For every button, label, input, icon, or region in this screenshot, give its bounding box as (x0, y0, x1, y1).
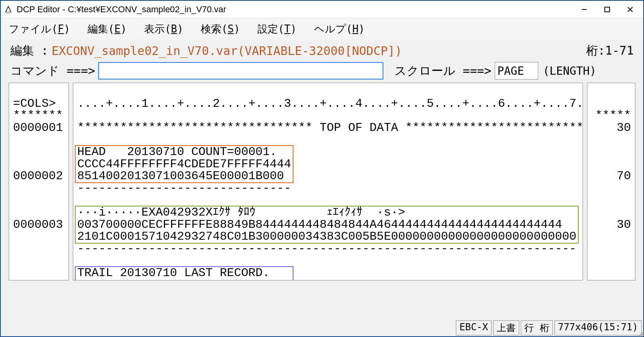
window-controls (573, 2, 642, 17)
ruler-line: ....+....1....+....2....+....3....+....4… (77, 98, 579, 110)
svg-text:DCP: DCP (6, 11, 11, 14)
menu-help[interactable]: ヘルプ(H) (314, 22, 365, 36)
app-icon: DCP (4, 5, 13, 14)
linenum-stars: ******* (13, 109, 63, 122)
status-mode[interactable]: 上書 (493, 320, 519, 335)
length-panel: ***** 30 70 30 (587, 83, 635, 280)
linenum-2: 0000002 (13, 169, 63, 183)
minimize-button[interactable] (573, 2, 596, 17)
command-label: コマンド ===> (10, 63, 95, 79)
length-3: 30 (617, 218, 631, 231)
linenum-panel[interactable]: =COLS> ******* 0000001 0000002 0000003 (9, 83, 69, 280)
length-1: 30 (617, 121, 631, 134)
length-stars: ***** (595, 109, 631, 122)
length-2: 70 (617, 169, 631, 183)
titlebar: DCP DCP Editor - C:¥test¥EXCONV_sample02… (1, 1, 643, 18)
status-rowcol[interactable]: 行 桁 (521, 320, 553, 335)
svg-rect-2 (605, 7, 610, 12)
window-title: DCP Editor - C:¥test¥EXCONV_sample02_in_… (17, 4, 573, 15)
menu-settings[interactable]: 設定(T) (257, 22, 297, 36)
file-spec: EXCONV_sample02_in_V70.var(VARIABLE-3200… (51, 44, 402, 58)
info-row: 編集 : EXCONV_sample02_in_V70.var(VARIABLE… (1, 40, 643, 61)
statusbar: EBC-X 上書 行 桁 777x406(15:71) (456, 320, 642, 335)
separator-2: ----------------------------------------… (77, 243, 579, 255)
menu-file[interactable]: ファイル(F) (9, 22, 70, 36)
record-1[interactable]: HEAD 20130710 COUNT=00001. CCCC44FFFFFFF… (75, 145, 293, 183)
status-dims: 777x406(15:71) (554, 320, 642, 335)
maximize-button[interactable] (596, 2, 619, 17)
column-info: 桁:1-71 (586, 43, 634, 59)
command-input[interactable] (98, 62, 383, 80)
menu-search[interactable]: 検索(S) (201, 22, 240, 36)
menu-view[interactable]: 表示(B) (144, 22, 183, 36)
length-header: (LENGTH) (543, 64, 596, 78)
editor-area: =COLS> ******* 0000001 0000002 0000003 .… (1, 83, 643, 280)
top-of-data: ********************************* TOP OF… (77, 122, 579, 134)
menubar: ファイル(F) 編集(E) 表示(B) 検索(S) 設定(T) ヘルプ(H) (1, 18, 643, 40)
close-button[interactable] (619, 2, 642, 17)
resize-grip-icon[interactable] (636, 329, 644, 337)
command-row: コマンド ===> スクロール ===> (LENGTH) (1, 61, 643, 83)
scroll-label: スクロール ===> (394, 63, 491, 79)
linenum-3: 0000003 (13, 218, 63, 231)
linenum-1: 0000001 (13, 121, 63, 134)
record-3[interactable]: TRAIL 20130710 LAST RECORD. EDCCD4FFFFFF… (75, 266, 293, 280)
record-2[interactable]: ···i·····EXA042932Xｴｸｻ ﾀﾛｳ ｪｴｨｸｨｻ ·s·> 0… (75, 206, 579, 244)
linenum-cols: =COLS> (13, 97, 56, 110)
edit-label: 編集 : (10, 43, 48, 59)
separator-1: ------------------------------ (77, 182, 579, 195)
data-panel[interactable]: ....+....1....+....2....+....3....+....4… (73, 83, 583, 280)
status-encoding[interactable]: EBC-X (456, 320, 492, 335)
scroll-input[interactable] (495, 62, 538, 80)
menu-edit[interactable]: 編集(E) (88, 22, 127, 36)
